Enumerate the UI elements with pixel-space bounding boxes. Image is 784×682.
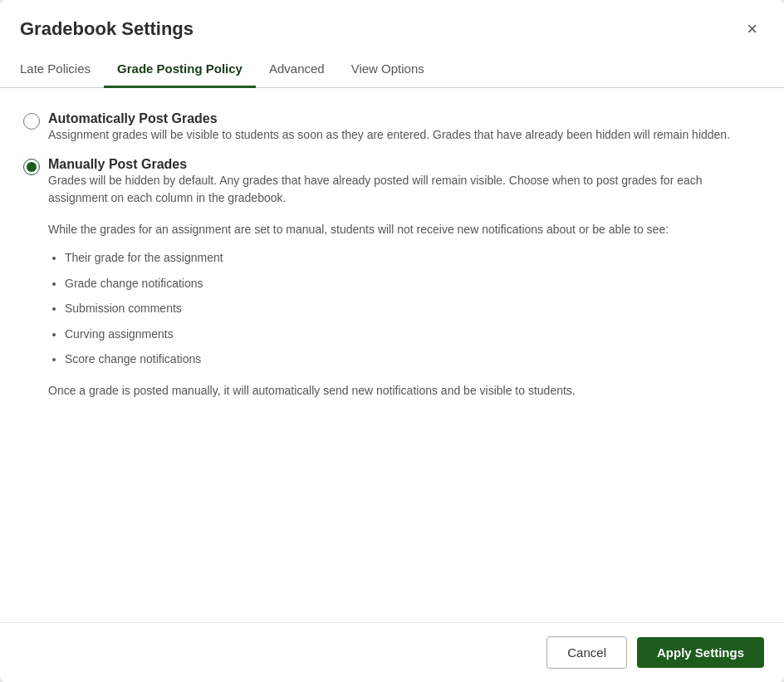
manual-post-radio-wrap[interactable] [23, 159, 40, 179]
manual-bullets-list: Their grade for the assignment Grade cha… [48, 248, 761, 368]
apply-settings-button[interactable]: Apply Settings [637, 637, 764, 668]
gradebook-settings-modal: Gradebook Settings × Late Policies Grade… [0, 0, 784, 682]
auto-post-content: Automatically Post Grades Assignment gra… [48, 111, 761, 144]
bullet-submission-comments: Submission comments [65, 299, 761, 317]
manual-post-label[interactable]: Manually Post Grades [48, 157, 187, 171]
tab-view-options[interactable]: View Options [338, 52, 438, 88]
modal-footer: Cancel Apply Settings [0, 622, 784, 682]
close-button[interactable]: × [740, 17, 764, 42]
bullet-grade-assignment: Their grade for the assignment [65, 248, 761, 267]
tab-grade-posting-policy[interactable]: Grade Posting Policy [104, 52, 256, 88]
tab-advanced[interactable]: Advanced [256, 52, 338, 88]
bullet-score-change: Score change notifications [65, 350, 761, 368]
modal-body: Automatically Post Grades Assignment gra… [0, 88, 784, 622]
manual-detail-intro: While the grades for an assignment are s… [48, 220, 761, 238]
auto-post-radio-wrap[interactable] [23, 113, 40, 133]
manual-post-option: Manually Post Grades Grades will be hidd… [23, 157, 761, 207]
auto-post-description: Assignment grades will be visible to stu… [48, 126, 761, 144]
manual-post-details: While the grades for an assignment are s… [48, 220, 761, 400]
tab-late-policies[interactable]: Late Policies [20, 52, 104, 88]
once-posted-text: Once a grade is posted manually, it will… [48, 381, 761, 400]
cancel-button[interactable]: Cancel [546, 636, 627, 669]
manual-post-radio[interactable] [23, 159, 40, 175]
bullet-curving-assignments: Curving assignments [65, 325, 761, 343]
tabs-container: Late Policies Grade Posting Policy Advan… [0, 52, 784, 88]
bullet-grade-change: Grade change notifications [65, 274, 761, 292]
manual-post-content: Manually Post Grades Grades will be hidd… [48, 157, 761, 207]
modal-header: Gradebook Settings × [0, 0, 784, 42]
modal-title: Gradebook Settings [20, 18, 194, 40]
auto-post-radio[interactable] [23, 113, 40, 130]
auto-post-option: Automatically Post Grades Assignment gra… [23, 111, 761, 144]
auto-post-label[interactable]: Automatically Post Grades [48, 111, 218, 125]
manual-post-description: Grades will be hidden by default. Any gr… [48, 172, 761, 207]
